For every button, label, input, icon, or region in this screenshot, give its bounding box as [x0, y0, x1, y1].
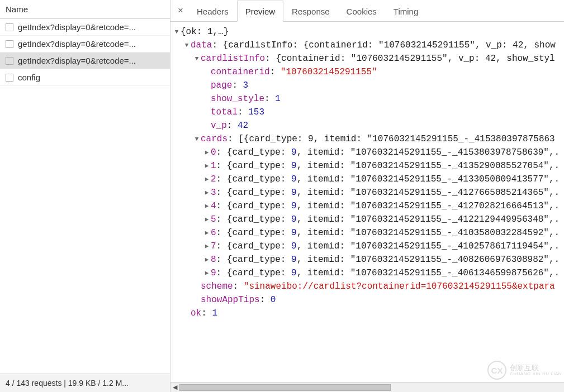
- caret-right-icon[interactable]: [203, 159, 211, 173]
- request-label: getIndex?display=0&retcode=...: [18, 22, 136, 32]
- preview-json-tree[interactable]: {ok: 1,…}data: {cardlistInfo: {container…: [170, 22, 564, 382]
- file-icon: [6, 57, 13, 65]
- sidebar-header-name[interactable]: Name: [0, 0, 170, 19]
- request-item[interactable]: config: [0, 69, 170, 86]
- json-row[interactable]: ▶total: 153: [173, 106, 562, 119]
- json-row[interactable]: data: {cardlistInfo: {containerid: "1076…: [173, 39, 562, 52]
- caret-right-icon[interactable]: [203, 226, 211, 240]
- request-label: getIndex?display=0&retcode=...: [18, 39, 136, 49]
- json-row[interactable]: {ok: 1,…}: [173, 25, 562, 39]
- request-label: config: [18, 73, 40, 82]
- scroll-track[interactable]: [179, 384, 564, 391]
- caret-right-icon[interactable]: [203, 173, 211, 186]
- tab-headers[interactable]: Headers: [188, 1, 237, 22]
- json-row[interactable]: 3: {card_type: 9, itemid: "1076032145291…: [173, 186, 562, 199]
- json-row[interactable]: 6: {card_type: 9, itemid: "1076032145291…: [173, 226, 562, 240]
- caret-right-icon[interactable]: [203, 213, 211, 226]
- json-row[interactable]: 9: {card_type: 9, itemid: "1076032145291…: [173, 266, 562, 280]
- json-row[interactable]: 1: {card_type: 9, itemid: "1076032145291…: [173, 159, 562, 173]
- caret-right-icon[interactable]: [203, 186, 211, 199]
- close-icon[interactable]: ×: [173, 1, 188, 21]
- horizontal-scrollbar[interactable]: ◀: [170, 382, 564, 392]
- network-sidebar: Name getIndex?display=0&retcode=...getIn…: [0, 0, 170, 392]
- json-row[interactable]: ▶showAppTips: 0: [173, 293, 562, 307]
- request-item[interactable]: getIndex?display=0&retcode=...: [0, 19, 170, 36]
- json-row[interactable]: ▶show_style: 1: [173, 92, 562, 106]
- tab-preview[interactable]: Preview: [237, 1, 283, 22]
- caret-down-icon[interactable]: [173, 25, 181, 39]
- json-row[interactable]: 2: {card_type: 9, itemid: "1076032145291…: [173, 173, 562, 186]
- caret-down-icon[interactable]: [183, 39, 191, 52]
- file-icon: [6, 23, 13, 31]
- main-panel: × HeadersPreviewResponseCookiesTiming {o…: [170, 0, 564, 392]
- tab-cookies[interactable]: Cookies: [338, 1, 385, 22]
- json-row[interactable]: ▶containerid: "1076032145291155": [173, 65, 562, 79]
- json-row[interactable]: ▶v_p: 42: [173, 119, 562, 132]
- json-row[interactable]: 7: {card_type: 9, itemid: "1076032145291…: [173, 240, 562, 253]
- caret-down-icon[interactable]: [193, 132, 201, 146]
- json-row[interactable]: cardlistInfo: {containerid: "10760321452…: [173, 52, 562, 65]
- request-item[interactable]: getIndex?display=0&retcode=...: [0, 36, 170, 52]
- file-icon: [6, 74, 13, 82]
- json-row[interactable]: 4: {card_type: 9, itemid: "1076032145291…: [173, 199, 562, 213]
- caret-right-icon[interactable]: [203, 266, 211, 280]
- request-label: getIndex?display=0&retcode=...: [18, 56, 136, 65]
- sidebar-status: 4 / 143 requests | 19.9 KB / 1.2 M...: [0, 374, 170, 392]
- caret-down-icon[interactable]: [193, 52, 201, 65]
- tab-response[interactable]: Response: [283, 1, 338, 22]
- json-row[interactable]: ▶scheme: "sinaweibo://cardlist?container…: [173, 280, 562, 293]
- request-item[interactable]: getIndex?display=0&retcode=...: [0, 52, 170, 69]
- scroll-thumb[interactable]: [179, 384, 391, 391]
- json-row[interactable]: 8: {card_type: 9, itemid: "1076032145291…: [173, 253, 562, 266]
- file-icon: [6, 40, 13, 48]
- tab-timing[interactable]: Timing: [385, 1, 426, 22]
- caret-right-icon[interactable]: [203, 146, 211, 159]
- caret-right-icon[interactable]: [203, 253, 211, 266]
- json-row[interactable]: cards: [{card_type: 9, itemid: "10760321…: [173, 132, 562, 146]
- json-row[interactable]: 0: {card_type: 9, itemid: "1076032145291…: [173, 146, 562, 159]
- request-list: getIndex?display=0&retcode=...getIndex?d…: [0, 19, 170, 374]
- scroll-left-icon[interactable]: ◀: [170, 384, 179, 391]
- caret-right-icon[interactable]: [203, 199, 211, 213]
- detail-tabs: × HeadersPreviewResponseCookiesTiming: [170, 0, 564, 22]
- caret-right-icon[interactable]: [203, 240, 211, 253]
- json-row[interactable]: 5: {card_type: 9, itemid: "1076032145291…: [173, 213, 562, 226]
- json-row[interactable]: ▶page: 3: [173, 79, 562, 92]
- json-row[interactable]: ▶ok: 1: [173, 307, 562, 320]
